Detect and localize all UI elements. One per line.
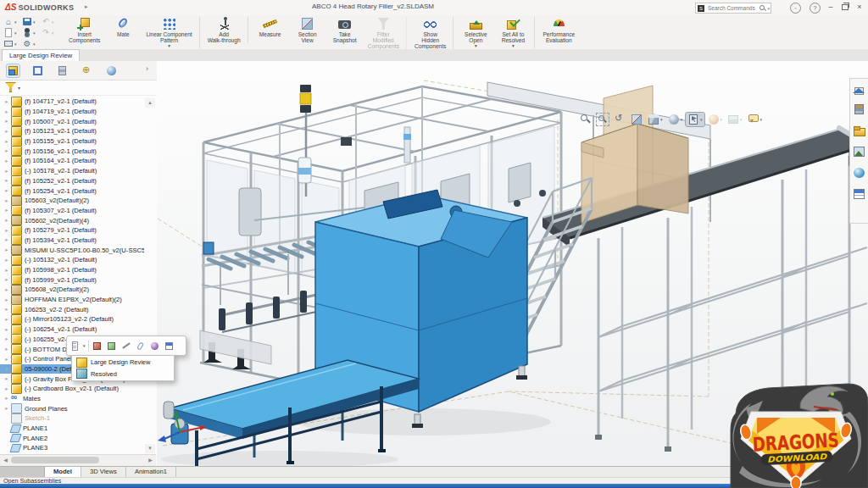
expand-arrow-icon[interactable] (3, 168, 10, 175)
tree-item[interactable]: Ground Planes (0, 403, 144, 413)
search-icon[interactable] (759, 4, 766, 12)
tree-item[interactable]: (f) 105007_v2-1 (Default) (0, 116, 144, 126)
context-flyout-caret-icon[interactable]: ▾ (83, 343, 86, 348)
tree-item[interactable]: (f) 105123_v2-1 (Default) (0, 126, 144, 136)
tree-item[interactable]: (f) 104719_v2-1 (Default) (0, 107, 144, 117)
view-tool-button[interactable]: ▾ (578, 113, 593, 126)
expand-arrow-icon[interactable] (3, 405, 10, 412)
tree-item[interactable]: (-) 105178_v2-1 (Default) (0, 166, 144, 176)
context-menu-item[interactable]: Large Design Review (72, 357, 174, 369)
expand-arrow-icon[interactable] (3, 336, 10, 342)
scroll-left-icon[interactable]: ◀ (1, 456, 10, 465)
ribbon-button[interactable]: Insert Components ▾ (64, 17, 104, 43)
tree-item[interactable]: (-) Cardboard Box_v2-1 (Default) (0, 384, 144, 394)
expand-arrow-icon[interactable] (3, 316, 10, 323)
view-tool-button[interactable]: ▾ (706, 113, 725, 126)
panel-tab[interactable] (7, 64, 19, 77)
ribbon-button[interactable]: Measure ▾ (252, 17, 289, 37)
ribbon-button[interactable]: Take Snapshot ▾ (326, 17, 364, 43)
quick-access-button[interactable]: ▾ (41, 16, 58, 27)
tree-item[interactable]: (f) 105279_v2-1 (Default) (0, 225, 144, 236)
task-pane-icon[interactable] (853, 146, 865, 158)
tree-item[interactable]: (-) 106254_v2-1 (Default) (0, 324, 144, 335)
expand-arrow-icon[interactable] (3, 267, 10, 274)
panel-tab[interactable] (105, 64, 118, 77)
tree-item[interactable]: 105602_v2(Default)(4) (0, 215, 144, 225)
scrollbar-thumb[interactable] (11, 457, 99, 463)
task-pane-icon[interactable] (853, 82, 865, 94)
search-commands-box[interactable]: S ▾ (695, 3, 771, 14)
task-pane-icon[interactable] (853, 125, 865, 136)
context-tool-icon[interactable] (92, 341, 103, 352)
expand-arrow-icon[interactable] (3, 257, 10, 263)
tree-scroll-up[interactable]: ▲ (145, 98, 155, 108)
account-icon[interactable]: ◦ (790, 3, 801, 14)
panel-tab[interactable] (56, 64, 69, 77)
tree-item[interactable]: (f) 105999_v2-1 (Default) (0, 274, 144, 285)
ribbon-button[interactable]: Section View ▾ (289, 17, 326, 43)
expand-arrow-icon[interactable] (3, 217, 10, 224)
quick-access-button[interactable]: ▾ (41, 27, 58, 38)
help-icon[interactable]: ? (810, 3, 821, 14)
expand-arrow-icon[interactable] (3, 356, 10, 363)
tree-item[interactable]: PLANE1 (0, 424, 144, 434)
quick-access-button[interactable]: ▾ (3, 38, 22, 49)
task-pane-icon[interactable] (853, 103, 865, 115)
expand-arrow-icon[interactable] (3, 227, 10, 234)
tree-item[interactable]: MISUMI U-SSC5P1.00-B0.50_v2(U-SSC5P(304 … (0, 245, 144, 255)
expand-arrow-icon[interactable] (3, 138, 10, 145)
task-pane-icon[interactable] (853, 167, 865, 179)
ribbon-button[interactable]: Linear Component Pattern ▾ (142, 17, 199, 48)
quick-access-button[interactable]: ▾ (22, 38, 41, 49)
tab-large-design-review[interactable]: Large Design Review (2, 49, 80, 61)
expand-arrow-icon[interactable] (3, 365, 10, 372)
tree-item[interactable]: (f) 105164_v2-1 (Default) (0, 156, 144, 166)
task-pane-icon[interactable] (853, 188, 865, 200)
solidworks-logo[interactable]: ΔS SOLIDWORKS (5, 2, 74, 14)
tree-item[interactable]: (f) 105252_v2-1 (Default) (0, 176, 144, 186)
tree-item[interactable]: (f) 105307_v2-1 (Default) (0, 206, 144, 216)
expand-arrow-icon[interactable] (3, 375, 10, 382)
expand-arrow-icon[interactable] (3, 108, 10, 115)
tree-scroll-down[interactable]: ▼ (145, 444, 155, 453)
view-tool-button[interactable]: ▾ (612, 113, 627, 126)
context-tool-icon[interactable] (149, 341, 160, 352)
panel-tab[interactable] (31, 64, 44, 77)
minimize-button[interactable]: – (824, 2, 837, 13)
context-tool-icon[interactable] (164, 341, 175, 352)
filter-dropdown-icon[interactable]: ▾ (18, 85, 20, 91)
menu-expand-icon[interactable]: ▸ (85, 3, 88, 10)
restore-button[interactable] (838, 2, 852, 13)
expand-arrow-icon[interactable] (3, 286, 10, 293)
expand-arrow-icon[interactable] (3, 385, 10, 392)
tree-item[interactable]: (f) 105254_v2-1 (Default) (0, 186, 144, 196)
tree-item[interactable]: (f) 104717_v2-1 (Default) (0, 97, 144, 107)
light-tower[interactable] (298, 85, 311, 197)
expand-arrow-icon[interactable] (3, 128, 10, 135)
tree-item[interactable]: PLANE3 (0, 443, 144, 453)
tree-item[interactable]: 106253_v2-2 (Default) (0, 304, 144, 314)
quick-access-button[interactable]: ▾ (22, 27, 41, 38)
context-document-icon[interactable] (70, 341, 81, 352)
ribbon-button[interactable]: Mate ▾ (104, 17, 142, 37)
infeed-belt-conveyor[interactable] (161, 360, 419, 466)
expand-arrow-icon[interactable] (3, 177, 10, 184)
expand-arrow-icon[interactable] (3, 247, 10, 253)
tree-item[interactable]: 105603_v2(Default)(2) (0, 196, 144, 206)
view-tool-button[interactable]: ▾ (629, 113, 644, 126)
expand-arrow-icon[interactable] (3, 197, 10, 204)
context-tool-icon[interactable] (106, 341, 117, 352)
expand-arrow-icon[interactable] (3, 395, 10, 402)
ribbon-button[interactable]: Selective Open ▾ (457, 17, 494, 48)
ribbon-button[interactable]: Filter Modified Components ▾ (364, 17, 407, 50)
expand-arrow-icon[interactable] (3, 297, 10, 303)
tree-item[interactable]: (-) 105132_v2-1 (Default) (0, 255, 144, 265)
tree-item[interactable]: Sketch-1 (0, 413, 144, 424)
panel-tabs-more-icon[interactable]: › (146, 64, 148, 73)
filter-icon[interactable] (5, 82, 16, 92)
tree-item[interactable]: PLANE2 (0, 433, 144, 443)
ribbon-button[interactable]: Performance Evaluation ▾ (538, 17, 579, 43)
quick-access-button[interactable]: ▾ (22, 16, 41, 27)
expand-arrow-icon[interactable] (3, 276, 10, 283)
quick-access-button[interactable]: ▾ (3, 27, 22, 38)
